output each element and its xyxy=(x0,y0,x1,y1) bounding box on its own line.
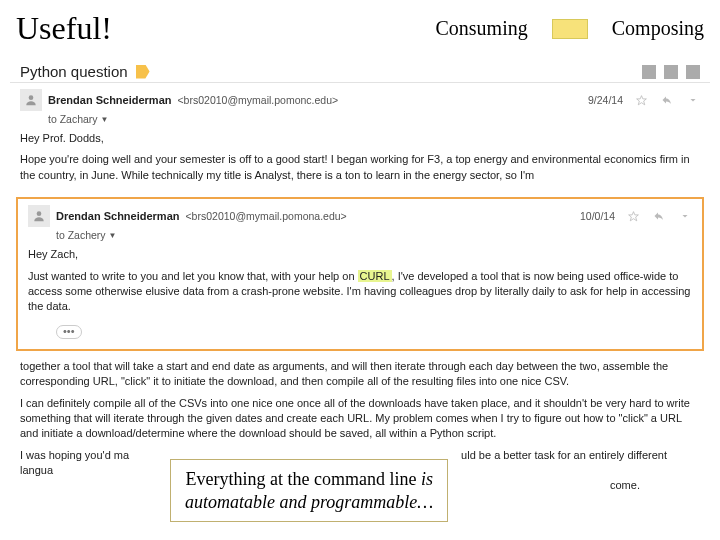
to-text: to Zachery xyxy=(56,229,106,241)
print-icon[interactable] xyxy=(664,65,678,79)
subject-row: Python question xyxy=(10,57,710,82)
text: I was hoping you'd ma xyxy=(20,449,129,461)
curl-highlight: CURL xyxy=(358,270,392,282)
message-body: Hey Prof. Dodds, Hope you're doing well … xyxy=(20,131,700,183)
consuming-label: Consuming xyxy=(436,17,528,40)
sender-name[interactable]: Brendan Schneiderman xyxy=(48,94,171,106)
more-menu-icon[interactable] xyxy=(678,210,692,222)
text: come. xyxy=(610,478,640,493)
body-paragraph: Hope you're doing well and your semester… xyxy=(20,152,700,183)
body-paragraph: I can definitely compile all of the CSVs… xyxy=(20,396,700,442)
callout-is: is xyxy=(421,469,433,489)
greeting: Hey Prof. Dodds, xyxy=(20,131,700,146)
star-icon[interactable] xyxy=(627,210,640,223)
callout-line1: Everything at the command line xyxy=(185,469,420,489)
svg-point-1 xyxy=(37,212,42,217)
text: Just wanted to write to you and let you … xyxy=(28,270,358,282)
more-menu-icon[interactable] xyxy=(686,94,700,106)
label-tag-icon[interactable] xyxy=(136,65,150,79)
callout-box: Everything at the command line is automa… xyxy=(170,459,448,522)
reply-icon[interactable] xyxy=(652,210,666,222)
message-header: Brendan Schneiderman <brs02010@mymail.po… xyxy=(20,89,700,111)
avatar-icon xyxy=(20,89,42,111)
star-icon[interactable] xyxy=(635,94,648,107)
people-icon[interactable] xyxy=(642,65,656,79)
email-message-2-highlighted: Drendan Schneiderman <brs02010@mymail.po… xyxy=(16,197,704,351)
svg-point-0 xyxy=(29,95,34,100)
email-subject: Python question xyxy=(20,63,128,80)
popout-icon[interactable] xyxy=(686,65,700,79)
gmail-thread: Python question Brendan Schneiderman <br… xyxy=(0,57,720,508)
consuming-box-icon xyxy=(552,19,588,39)
message-header: Drendan Schneiderman <brs02010@mymail.po… xyxy=(28,205,692,227)
message-body: Hey Zach, Just wanted to write to you an… xyxy=(28,247,692,315)
composing-label: Composing xyxy=(612,17,704,40)
message-date: 9/24/14 xyxy=(588,94,623,106)
avatar-icon xyxy=(28,205,50,227)
to-line: to Zachery▼ xyxy=(56,229,692,241)
recipient-dropdown-icon[interactable]: ▼ xyxy=(101,115,109,124)
slide-header: Useful! Consuming Composing xyxy=(0,0,720,57)
email-message-1: Brendan Schneiderman <brs02010@mymail.po… xyxy=(10,82,710,197)
sender-name[interactable]: Drendan Schneiderman xyxy=(56,210,179,222)
callout-line2: automatable and programmable… xyxy=(185,492,433,512)
to-line: to Zachary▼ xyxy=(48,113,700,125)
thread-action-icons xyxy=(642,65,700,79)
body-paragraph: together a tool that will take a start a… xyxy=(20,359,700,390)
recipient-dropdown-icon[interactable]: ▼ xyxy=(109,231,117,240)
slide-title: Useful! xyxy=(16,10,112,47)
sender-email: <brs02010@mymail.pomona.edu> xyxy=(185,210,346,222)
greeting: Hey Zach, xyxy=(28,247,692,262)
to-text: to Zachary xyxy=(48,113,98,125)
sender-email: <brs02010@mymail.pomonc.edu> xyxy=(177,94,338,106)
body-paragraph: Just wanted to write to you and let you … xyxy=(28,269,692,315)
show-trimmed-button[interactable]: ••• xyxy=(56,325,82,339)
reply-icon[interactable] xyxy=(660,94,674,106)
message-date: 10/0/14 xyxy=(580,210,615,222)
header-right: Consuming Composing xyxy=(436,17,705,40)
